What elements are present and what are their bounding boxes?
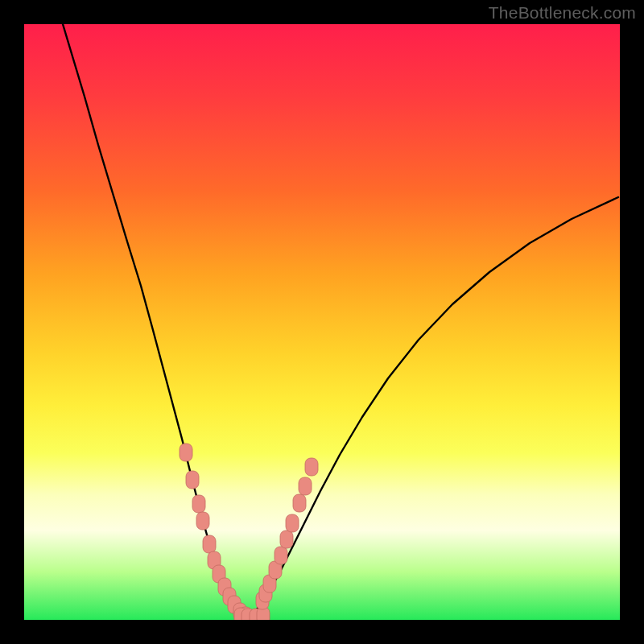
chart-svg	[24, 24, 620, 620]
data-marker	[286, 514, 299, 532]
data-marker	[180, 444, 192, 461]
watermark-text: TheBottleneck.com	[489, 3, 636, 23]
left-branch-curve	[63, 24, 246, 617]
data-marker	[186, 471, 199, 489]
data-marker	[192, 495, 205, 513]
data-marker	[305, 458, 318, 476]
chart-plot-area	[24, 24, 620, 620]
data-marker	[299, 477, 312, 495]
data-marker	[203, 535, 216, 553]
data-marker	[293, 494, 306, 512]
marker-group	[180, 444, 318, 620]
data-marker	[196, 512, 209, 530]
chart-frame: TheBottleneck.com	[0, 0, 644, 644]
data-marker	[280, 530, 293, 548]
data-marker	[275, 547, 287, 564]
right-branch-curve	[246, 197, 618, 617]
